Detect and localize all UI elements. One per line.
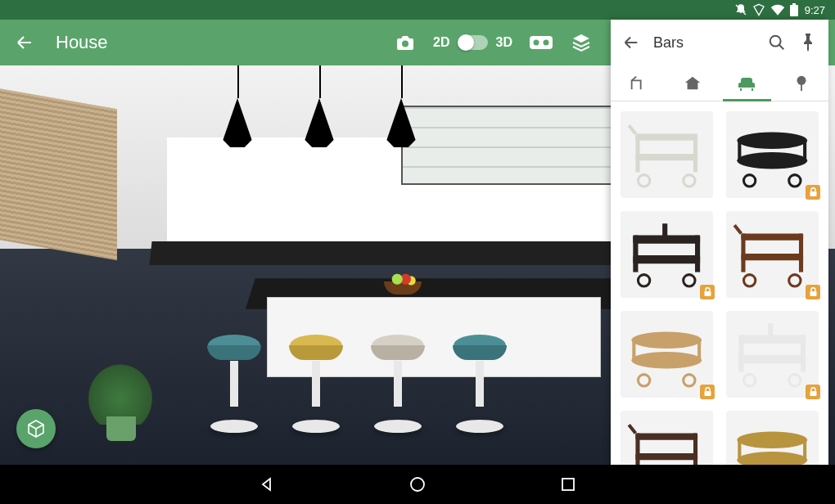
catalog-item-white-bar-cart[interactable]	[616, 106, 718, 203]
svg-rect-18	[738, 141, 742, 163]
svg-rect-46	[739, 355, 806, 363]
svg-rect-12	[636, 133, 640, 172]
back-arrow-icon	[622, 34, 640, 52]
catalog-title: Bars	[653, 34, 755, 52]
svg-rect-11	[636, 154, 698, 160]
svg-rect-22	[810, 191, 816, 196]
vr-button[interactable]	[529, 31, 553, 54]
svg-rect-49	[768, 323, 773, 336]
svg-point-36	[789, 275, 801, 286]
pendant-lamp	[377, 65, 426, 155]
layers-button[interactable]	[570, 31, 593, 54]
svg-point-14	[639, 175, 650, 187]
lock-icon	[700, 285, 715, 299]
pendant-lamp	[213, 65, 262, 155]
house-icon	[684, 74, 702, 92]
tab-furniture[interactable]	[720, 65, 774, 101]
svg-rect-66	[562, 479, 574, 490]
furniture-icon	[737, 75, 756, 92]
location-icon	[752, 3, 765, 16]
tab-room[interactable]	[611, 65, 666, 101]
content-area: Bars	[0, 65, 835, 465]
cube-fab-button[interactable]	[16, 409, 56, 448]
svg-point-35	[744, 275, 756, 286]
battery-icon	[790, 3, 798, 16]
svg-point-3	[402, 41, 408, 47]
svg-rect-24	[634, 255, 701, 263]
catalog-header: Bars	[611, 20, 828, 65]
svg-rect-41	[697, 340, 701, 362]
svg-rect-10	[636, 133, 698, 140]
catalog-back-button[interactable]	[622, 34, 640, 52]
catalog-item-teak-bar-cart[interactable]	[616, 306, 718, 403]
svg-point-17	[738, 152, 808, 169]
catalog-thumb	[621, 111, 713, 198]
svg-rect-2	[792, 3, 796, 5]
nav-recents-button[interactable]	[558, 475, 578, 494]
project-title: House	[56, 32, 394, 53]
svg-rect-9	[801, 83, 802, 90]
view-mode-toggle[interactable]: 2D 3D	[433, 35, 512, 50]
scene-stool	[287, 335, 345, 433]
lock-icon	[700, 385, 715, 399]
catalog-tabs	[611, 65, 828, 101]
scene-counter	[149, 241, 686, 265]
catalog-item-brass-ring-cart[interactable]	[721, 406, 824, 465]
circle-home-icon	[409, 476, 426, 493]
scene-plant	[84, 351, 157, 441]
nav-back-button[interactable]	[257, 475, 277, 494]
svg-rect-54	[636, 453, 698, 460]
triangle-back-icon	[259, 476, 275, 493]
svg-point-39	[632, 352, 702, 368]
scene-stool	[450, 335, 509, 433]
svg-point-38	[632, 331, 702, 348]
svg-point-21	[789, 175, 801, 187]
room-icon	[629, 74, 647, 92]
cube-icon	[26, 419, 46, 439]
catalog-search-button[interactable]	[768, 34, 786, 52]
svg-point-42	[639, 375, 650, 386]
svg-rect-52	[810, 391, 816, 396]
catalog-item-wood-wine-cart[interactable]	[721, 206, 824, 303]
svg-rect-34	[799, 233, 803, 272]
camera-button[interactable]	[394, 31, 417, 54]
svg-point-60	[738, 452, 808, 465]
svg-rect-30	[704, 291, 711, 296]
tab-plant[interactable]	[774, 65, 829, 101]
catalog-item-white-lattice-cart[interactable]	[721, 306, 824, 403]
svg-point-6	[544, 40, 549, 46]
catalog-pin-button[interactable]	[799, 34, 817, 52]
svg-point-65	[411, 478, 424, 491]
status-icons	[734, 3, 798, 16]
back-button[interactable]	[13, 31, 36, 54]
back-arrow-icon	[15, 33, 34, 52]
catalog-item-dark-stool[interactable]	[616, 406, 718, 465]
lock-icon	[806, 185, 820, 200]
android-nav-bar	[0, 465, 835, 504]
catalog-thumb	[726, 311, 819, 398]
catalog-grid	[611, 101, 828, 465]
label-2d: 2D	[433, 35, 449, 50]
scene-blinds	[0, 86, 117, 261]
svg-point-43	[684, 375, 695, 386]
catalog-thumb	[726, 111, 819, 198]
svg-point-7	[770, 36, 781, 47]
catalog-thumb	[726, 411, 819, 465]
vr-icon	[529, 34, 553, 51]
svg-rect-13	[693, 133, 697, 172]
svg-point-16	[738, 132, 808, 148]
catalog-item-black-oval-bar-cart[interactable]	[721, 106, 824, 203]
label-3d: 3D	[496, 35, 512, 50]
svg-rect-55	[636, 433, 640, 465]
appbar-actions: 2D 3D	[394, 31, 593, 54]
catalog-item-industrial-bar-cart[interactable]	[616, 206, 718, 303]
nav-home-button[interactable]	[408, 475, 427, 494]
svg-point-5	[534, 40, 539, 46]
svg-point-20	[744, 175, 756, 187]
catalog-thumb	[726, 211, 819, 298]
svg-point-15	[684, 175, 695, 187]
svg-rect-56	[693, 433, 697, 465]
tab-house[interactable]	[666, 65, 720, 101]
svg-rect-33	[742, 233, 746, 272]
svg-rect-1	[790, 5, 798, 16]
